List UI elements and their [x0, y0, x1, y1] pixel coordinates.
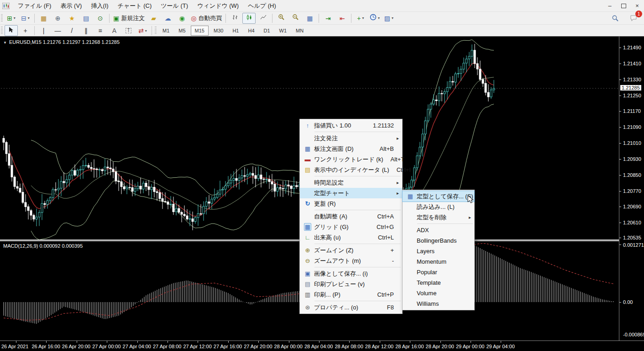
menu-item-remove-template[interactable]: 定型を削除▸	[403, 212, 474, 223]
profiles-button[interactable]: ⊟▾	[19, 13, 32, 24]
menu-item-template-volume[interactable]: Volume	[403, 288, 474, 298]
menu-item-icon-slot: ↻	[301, 200, 314, 207]
menu-item-one-click-trading[interactable]: ▬ワンクリックトレード (k)Alt+T	[300, 154, 402, 165]
crosshair-tool-button[interactable]: +	[19, 25, 32, 36]
menu-item-zoom-out[interactable]: ⊖ズームアウト (m)-	[300, 255, 402, 266]
menu-item-template-momentum[interactable]: Momentum	[403, 256, 474, 267]
menu-item-template-layers[interactable]: Layers	[403, 246, 474, 256]
menu-item-load-template[interactable]: 読み込み... (L)	[403, 202, 474, 212]
text-label-tool-button[interactable]: T	[122, 25, 135, 36]
timeframe-w1-button[interactable]: W1	[275, 26, 291, 36]
toolbar-grip[interactable]	[1, 14, 3, 22]
restore-button[interactable]	[617, 1, 630, 11]
dropdown-arrow-icon[interactable]: ▾	[14, 16, 16, 20]
arrows-tool-button[interactable]: ⇄▾	[136, 25, 149, 36]
terminal-button[interactable]: ▤	[79, 13, 93, 24]
menubar-item-1[interactable]: 表示 (V)	[56, 0, 86, 12]
trend-line-tool-button[interactable]: /	[65, 25, 79, 36]
strategy-tester-button[interactable]: ⊙	[94, 13, 107, 24]
timeframe-mn-button[interactable]: MN	[292, 26, 308, 36]
timeframe-m1-button[interactable]: M1	[158, 26, 173, 36]
line-chart-button[interactable]	[257, 13, 270, 24]
notifications-button[interactable]: 1	[627, 13, 640, 24]
auto-scroll-button[interactable]: ⇥	[321, 13, 335, 24]
periods-button[interactable]: ▾	[368, 13, 381, 24]
menu-item-buy-limit[interactable]: ↑指値買い 1.001.21132	[300, 120, 402, 131]
zoom-in-button[interactable]	[275, 13, 288, 24]
candlestick-chart-button[interactable]	[242, 13, 256, 24]
menu-item-shortcut: 1.21132	[373, 122, 394, 129]
templates-button[interactable]: ▨▾	[382, 13, 395, 24]
cursor-tool-button[interactable]	[5, 25, 18, 36]
menubar-item-2[interactable]: 挿入(I)	[86, 0, 113, 12]
horizontal-line-tool-button[interactable]: —	[51, 25, 64, 36]
menu-item-template-bollingerbands[interactable]: BollingerBands	[403, 235, 474, 246]
data-window-button[interactable]: ⊕	[51, 13, 64, 24]
menu-item-print-preview[interactable]: ▤印刷プレビュー (v)	[300, 279, 402, 289]
menu-item-template-williams[interactable]: Williams	[403, 298, 474, 309]
equidistant-channel-tool-button[interactable]: ∥	[79, 25, 93, 36]
metaeditor-button[interactable]: ▰	[147, 13, 160, 24]
menu-bar: ファイル (F)表示 (V)挿入(I)チャート (C)ツール (T)ウィンドウ …	[0, 0, 644, 12]
menu-item-order-entry[interactable]: 注文発注▸	[300, 133, 402, 144]
menu-item-label: 時間足設定	[314, 179, 394, 187]
dropdown-arrow-icon[interactable]: ▾	[28, 16, 30, 20]
bar-chart-button[interactable]	[228, 13, 241, 24]
chevron-down-icon[interactable]: ▼	[3, 41, 7, 45]
dropdown-arrow-icon[interactable]: ▾	[362, 16, 364, 20]
menu-item-auto-arrange[interactable]: 自動調整 (A)Ctrl+A	[300, 211, 402, 222]
auto-trading-button[interactable]: ◎自動売買	[189, 13, 223, 24]
price-axis[interactable]: 1.214901.214101.213301.212501.211701.210…	[619, 37, 644, 340]
minimize-button[interactable]: –	[603, 1, 617, 11]
macd-tick-label: 0.00	[623, 299, 633, 305]
menubar-item-0[interactable]: ファイル (F)	[13, 0, 56, 12]
time-axis[interactable]: 26 Apr 202126 Apr 16:0026 Apr 20:0027 Ap…	[0, 340, 644, 351]
menu-item-properties[interactable]: ⊛プロパティ... (o)F8	[300, 302, 402, 313]
timeframe-m15-button[interactable]: M15	[191, 26, 209, 36]
menu-item-save-template[interactable]: ▦定型として保存... (S)	[403, 191, 474, 202]
timeframe-h1-button[interactable]: H1	[228, 26, 243, 36]
template-submenu: ▦定型として保存... (S)読み込み... (L)定型を削除▸ADXBolli…	[402, 190, 475, 310]
market-watch-button[interactable]: ▦	[37, 13, 50, 24]
menu-item-volumes[interactable]: ∟出来高 (u)Ctrl+L	[300, 232, 402, 243]
menu-item-print[interactable]: ▥印刷... (P)Ctrl+P	[300, 289, 402, 300]
dropdown-arrow-icon[interactable]: ▾	[378, 16, 380, 20]
menu-item-template-template[interactable]: Template	[403, 277, 474, 288]
close-button[interactable]: ×	[630, 1, 644, 11]
new-order-button[interactable]: ▣新規注文	[112, 13, 146, 24]
tile-windows-button[interactable]: ▦	[303, 13, 316, 24]
indicators-button[interactable]: +▾	[354, 13, 367, 24]
text-tool-button[interactable]: A	[108, 25, 121, 36]
menu-item-zoom-in[interactable]: ⊕ズームイン (Z)+	[300, 245, 402, 255]
menu-item-template-adx[interactable]: ADX	[403, 225, 474, 235]
menubar-item-3[interactable]: チャート (C)	[113, 0, 157, 12]
toolbar-grip[interactable]	[1, 27, 3, 35]
fibonacci-tool-button[interactable]: ≡	[94, 25, 107, 36]
menu-item-template-popular[interactable]: Popular	[403, 267, 474, 277]
menu-item-indicators-list[interactable]: ▤表示中のインディケータ (L)Ctrl+I	[300, 165, 402, 175]
chart-shift-button[interactable]: ⇤	[335, 13, 349, 24]
vertical-line-tool-button[interactable]: |	[37, 25, 50, 36]
navigator-button[interactable]: ★	[65, 13, 79, 24]
search-button[interactable]	[608, 13, 622, 24]
signals-button[interactable]: ◉	[175, 13, 188, 24]
menubar-item-6[interactable]: ヘルプ (H)	[243, 0, 281, 12]
community-button[interactable]: ☁	[161, 13, 174, 24]
menu-item-grid[interactable]: ▦グリッド (G)Ctrl+G	[300, 222, 402, 232]
menubar-item-5[interactable]: ウィンドウ (W)	[193, 0, 243, 12]
menu-item-save-as-picture[interactable]: ▣画像として保存... (i)	[300, 268, 402, 279]
dropdown-arrow-icon[interactable]: ▾	[145, 29, 147, 33]
timeframe-h4-button[interactable]: H4	[244, 26, 258, 36]
menu-item-depth-of-market[interactable]: ▦板注文画面 (D)Alt+B	[300, 144, 402, 154]
zoom-out-button[interactable]	[289, 13, 302, 24]
timeframe-m30-button[interactable]: M30	[209, 26, 227, 36]
timeframe-d1-button[interactable]: D1	[260, 26, 274, 36]
menu-item-refresh[interactable]: ↻更新 (R)	[300, 198, 402, 209]
menubar-item-4[interactable]: ツール (T)	[156, 0, 193, 12]
toolbar-grip[interactable]	[155, 27, 157, 35]
new-chart-button[interactable]: ⊞▾	[5, 13, 18, 24]
menu-item-timeframe-settings[interactable]: 時間足設定▸	[300, 177, 402, 188]
timeframe-m5-button[interactable]: M5	[174, 26, 189, 36]
dropdown-arrow-icon[interactable]: ▾	[392, 16, 393, 20]
menu-item-template-chart[interactable]: 定型チャート▸	[300, 188, 402, 198]
